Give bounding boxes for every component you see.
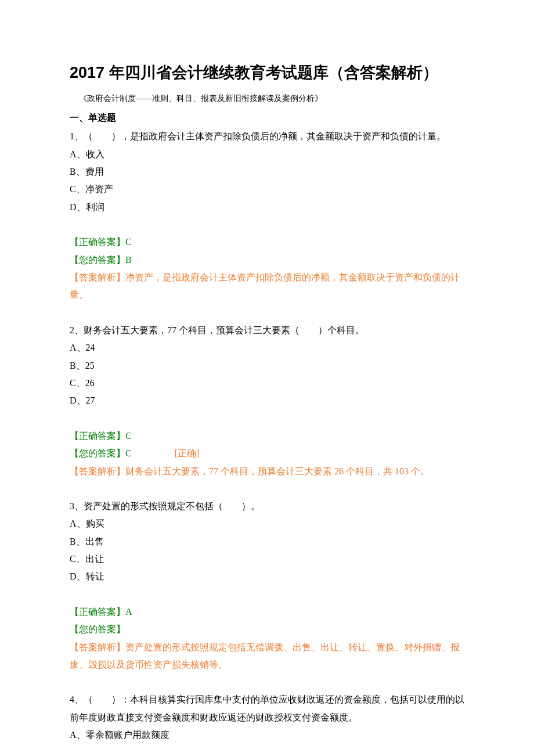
your-answer-line: 【您的答案】C [正确] — [70, 445, 464, 462]
option-b: B、出售 — [70, 533, 464, 550]
option-a: A、购买 — [70, 515, 464, 532]
correct-answer: 【正确答案】C — [70, 233, 464, 251]
question-3: 3、资产处置的形式按照规定不包括（ ）。 A、购买 B、出售 C、出让 D、转让… — [70, 498, 464, 674]
answer-explain: 【答案解析】净资产，是指政府会计主体资产扣除负债后的净额，其金额取决于资产和负债… — [70, 269, 464, 304]
answer-explain: 【答案解析】资产处置的形式按照规定包括无偿调拨、出售、出让、转让、置换、对外捐赠… — [70, 639, 464, 674]
question-2: 2、财务会计五大要素，77 个科目，预算会计三大要素（ ）个科目。 A、24 B… — [70, 322, 464, 480]
correct-answer: 【正确答案】C — [70, 427, 464, 445]
option-c: C、出让 — [70, 550, 464, 568]
option-d: D、27 — [70, 392, 464, 409]
answer-explain: 【答案解析】财务会计五大要素，77 个科目，预算会计三大要素 26 个科目，共 … — [70, 463, 464, 480]
question-text: 3、资产处置的形式按照规定不包括（ ）。 — [70, 498, 464, 515]
document-subtitle: 《政府会计制度——准则、科目、报表及新旧衔接解读及案例分析》 — [79, 91, 464, 107]
question-1: 1、（ ），是指政府会计主体资产扣除负债后的净额，其金额取决于资产和负债的计量。… — [70, 128, 464, 304]
question-text: 2、财务会计五大要素，77 个科目，预算会计三大要素（ ）个科目。 — [70, 322, 464, 339]
option-a: A、24 — [70, 339, 464, 357]
option-b: B、25 — [70, 357, 464, 375]
your-answer: 【您的答案】B — [70, 251, 464, 269]
option-b: B、费用 — [70, 163, 464, 181]
answer-block: 【正确答案】C 【您的答案】C [正确] 【答案解析】财务会计五大要素，77 个… — [70, 427, 464, 480]
correct-answer: 【正确答案】A — [70, 603, 464, 621]
question-4: 4、（ ）：本科目核算实行国库集中支付的单位应收财政返还的资金额度，包括可以使用… — [70, 691, 464, 744]
answer-block: 【正确答案】A 【您的答案】 【答案解析】资产处置的形式按照规定包括无偿调拨、出… — [70, 603, 464, 674]
question-text: 4、（ ）：本科目核算实行国库集中支付的单位应收财政返还的资金额度，包括可以使用… — [70, 691, 464, 726]
option-c: C、26 — [70, 375, 464, 392]
correct-tag: [正确] — [175, 448, 200, 458]
your-answer: 【您的答案】C — [70, 448, 132, 458]
option-a: A、收入 — [70, 146, 464, 163]
section-heading: 一、单选题 — [70, 109, 464, 127]
option-d: D、利润 — [70, 199, 464, 216]
option-a: A、零余额账户用款额度 — [70, 726, 464, 744]
question-text: 1、（ ），是指政府会计主体资产扣除负债后的净额，其金额取决于资产和负债的计量。 — [70, 128, 464, 145]
page-title: 2017 年四川省会计继续教育考试题库（含答案解析） — [70, 58, 464, 88]
answer-block: 【正确答案】C 【您的答案】B 【答案解析】净资产，是指政府会计主体资产扣除负债… — [70, 233, 464, 304]
your-answer: 【您的答案】 — [70, 621, 464, 638]
option-d: D、转让 — [70, 568, 464, 585]
option-c: C、净资产 — [70, 181, 464, 198]
